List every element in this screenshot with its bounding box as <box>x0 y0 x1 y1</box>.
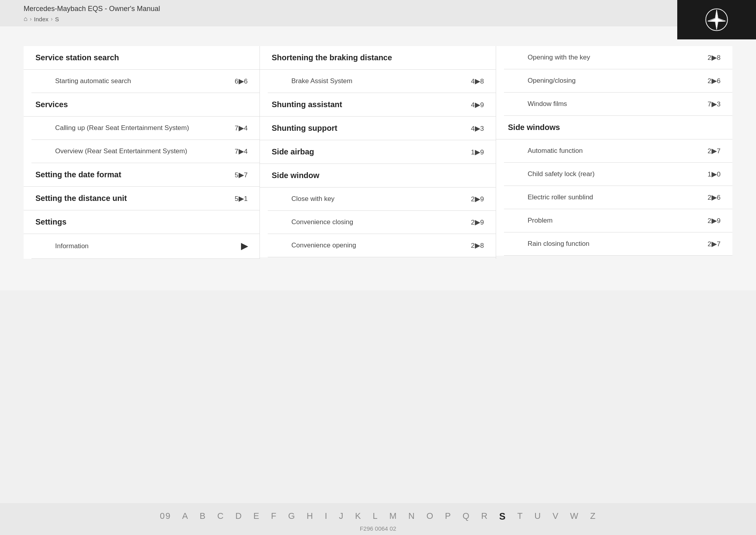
page-number: 2▶9 <box>471 195 484 203</box>
page-number: 6▶6 <box>235 77 248 85</box>
nav-M[interactable]: M <box>389 511 397 522</box>
section-label: Shunting assistant <box>272 100 342 109</box>
alphabet-nav: 09 A B C D E F G H I J K L M N O P Q R S… <box>0 511 756 522</box>
page-number: 7▶4 <box>235 147 248 156</box>
nav-U[interactable]: U <box>534 511 541 522</box>
bottom-navigation: 09 A B C D E F G H I J K L M N O P Q R S… <box>0 503 756 535</box>
header: Mercedes-Maybach EQS - Owner's Manual ⌂ … <box>0 0 756 26</box>
index-columns: Service station search Starting automati… <box>24 46 732 259</box>
breadcrumb: ⌂ › Index › S <box>24 15 160 22</box>
list-item[interactable]: Brake Assist System 4▶8 <box>268 70 496 93</box>
item-label: Child safety lock (rear) <box>528 170 708 178</box>
section-date-format[interactable]: Setting the date format 5▶7 <box>24 163 259 187</box>
breadcrumb-sep-2: › <box>51 16 53 22</box>
breadcrumb-current: S <box>55 16 59 22</box>
page-number: 7▶3 <box>708 100 721 108</box>
list-item[interactable]: Calling up (Rear Seat Entertainment Syst… <box>32 117 259 140</box>
page-number: 2▶8 <box>708 53 721 62</box>
nav-H[interactable]: H <box>307 511 314 522</box>
list-item[interactable]: Electric roller sunblind 2▶6 <box>504 186 732 209</box>
nav-T[interactable]: T <box>517 511 523 522</box>
item-label: Rain closing function <box>528 240 708 248</box>
nav-09[interactable]: 09 <box>160 511 171 522</box>
nav-D[interactable]: D <box>235 511 243 522</box>
list-item[interactable]: Window films 7▶3 <box>504 93 732 116</box>
item-label: Close with key <box>291 195 471 203</box>
nav-Q[interactable]: Q <box>463 511 470 522</box>
nav-V[interactable]: V <box>552 511 559 522</box>
list-item[interactable]: Convenience closing 2▶9 <box>268 211 496 234</box>
item-label: Problem <box>528 217 708 225</box>
section-side-windows: Side windows <box>496 116 732 139</box>
nav-L[interactable]: L <box>373 511 378 522</box>
nav-R[interactable]: R <box>481 511 488 522</box>
section-label: Side airbag <box>272 147 314 156</box>
list-item[interactable]: Opening with the key 2▶8 <box>504 46 732 69</box>
section-side-airbag[interactable]: Side airbag 1▶9 <box>260 140 496 164</box>
breadcrumb-index[interactable]: Index <box>34 16 48 22</box>
list-item[interactable]: Convenience opening 2▶8 <box>268 234 496 257</box>
nav-G[interactable]: G <box>288 511 296 522</box>
item-label: Electric roller sunblind <box>528 193 708 201</box>
nav-Z[interactable]: Z <box>590 511 596 522</box>
home-icon[interactable]: ⌂ <box>24 15 28 22</box>
section-shunting-assistant[interactable]: Shunting assistant 4▶9 <box>260 93 496 117</box>
manual-title: Mercedes-Maybach EQS - Owner's Manual <box>24 5 160 13</box>
list-item[interactable]: Automatic function 2▶7 <box>504 139 732 163</box>
nav-W[interactable]: W <box>570 511 579 522</box>
list-item[interactable]: Problem 2▶9 <box>504 209 732 232</box>
item-label: Convenience opening <box>291 241 471 249</box>
page-number: 5▶1 <box>235 194 248 203</box>
nav-C[interactable]: C <box>217 511 224 522</box>
page-number: 4▶3 <box>471 124 484 133</box>
item-label: Brake Assist System <box>291 77 471 85</box>
section-shunting-support[interactable]: Shunting support 4▶3 <box>260 117 496 140</box>
page-number: 1▶9 <box>471 148 484 156</box>
page-number: 2▶9 <box>471 218 484 227</box>
main-content: Service station search Starting automati… <box>0 26 756 290</box>
list-item[interactable]: Starting automatic search 6▶6 <box>32 70 259 93</box>
section-label: Setting the distance unit <box>35 194 127 203</box>
section-side-window: Side window <box>260 164 496 188</box>
header-left: Mercedes-Maybach EQS - Owner's Manual ⌂ … <box>24 5 160 22</box>
page-number: ▶ <box>241 241 248 251</box>
column-2: Shortening the braking distance Brake As… <box>260 46 496 259</box>
page-number: 7▶4 <box>235 124 248 132</box>
nav-N[interactable]: N <box>408 511 415 522</box>
page-number: 2▶6 <box>708 76 721 85</box>
page-number: 2▶7 <box>708 240 721 248</box>
item-label: Starting automatic search <box>55 77 235 85</box>
page-number: 2▶7 <box>708 147 721 155</box>
section-service-station-search: Service station search <box>24 46 259 70</box>
page-number: 1▶0 <box>708 170 721 178</box>
list-item[interactable]: Opening/closing 2▶6 <box>504 69 732 93</box>
section-services: Services <box>24 93 259 117</box>
page-number: 2▶8 <box>471 241 484 250</box>
page-number: 2▶9 <box>708 216 721 225</box>
nav-E[interactable]: E <box>254 511 260 522</box>
nav-F[interactable]: F <box>271 511 277 522</box>
nav-P[interactable]: P <box>445 511 452 522</box>
item-label: Opening/closing <box>528 77 708 85</box>
document-code: F296 0064 02 <box>0 525 756 532</box>
item-label: Opening with the key <box>528 54 708 61</box>
page-number: 5▶7 <box>235 171 248 179</box>
nav-B[interactable]: B <box>200 511 206 522</box>
list-item[interactable]: Overview (Rear Seat Entertainment System… <box>32 140 259 163</box>
nav-I[interactable]: I <box>325 511 328 522</box>
nav-S[interactable]: S <box>499 511 506 522</box>
list-item[interactable]: Close with key 2▶9 <box>268 188 496 211</box>
nav-A[interactable]: A <box>182 511 189 522</box>
item-label: Overview (Rear Seat Entertainment System… <box>55 147 235 155</box>
nav-O[interactable]: O <box>426 511 434 522</box>
list-item[interactable]: Information ▶ <box>32 234 259 259</box>
nav-K[interactable]: K <box>355 511 362 522</box>
section-distance-unit[interactable]: Setting the distance unit 5▶1 <box>24 187 259 210</box>
item-label: Information <box>55 242 241 250</box>
nav-J[interactable]: J <box>339 511 344 522</box>
page-number: 4▶9 <box>471 100 484 109</box>
section-label: Setting the date format <box>35 170 121 179</box>
list-item[interactable]: Rain closing function 2▶7 <box>504 232 732 256</box>
column-3: Opening with the key 2▶8 Opening/closing… <box>496 46 732 259</box>
list-item[interactable]: Child safety lock (rear) 1▶0 <box>504 163 732 186</box>
